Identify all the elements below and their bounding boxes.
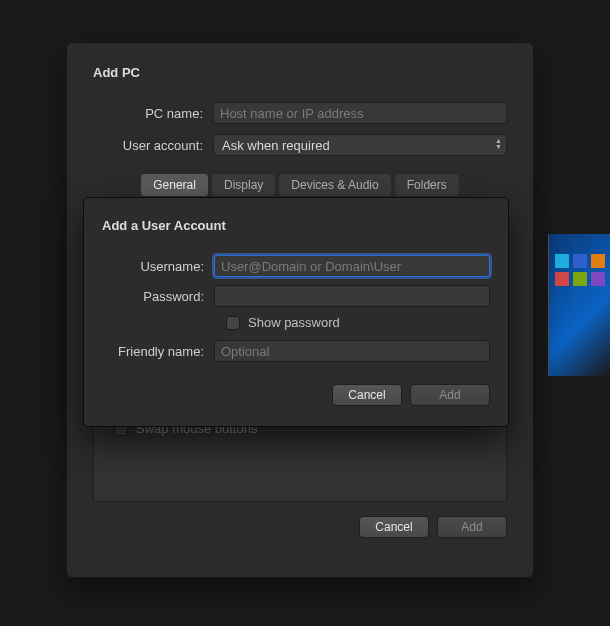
username-input[interactable] <box>214 255 490 277</box>
password-row: Password: <box>102 285 490 307</box>
user-account-label: User account: <box>93 138 213 153</box>
friendly-name-input[interactable] <box>214 340 490 362</box>
friendly-name-label: Friendly name: <box>102 344 214 359</box>
addpc-button-bar: Cancel Add <box>93 516 507 538</box>
show-password-checkbox[interactable] <box>226 316 240 330</box>
username-row: Username: <box>102 255 490 277</box>
modal-cancel-button[interactable]: Cancel <box>332 384 402 406</box>
pc-name-label: PC name: <box>93 106 213 121</box>
modal-button-bar: Cancel Add <box>102 384 490 406</box>
user-account-row: User account: Ask when required ▲▼ <box>93 134 507 156</box>
user-account-value: Ask when required <box>222 138 330 153</box>
tab-general[interactable]: General <box>141 174 208 196</box>
add-user-account-modal: Add a User Account Username: Password: S… <box>83 197 509 427</box>
pc-name-row: PC name: <box>93 102 507 124</box>
addpc-add-button[interactable]: Add <box>437 516 507 538</box>
desktop-thumbnail <box>548 234 610 376</box>
sheet-title: Add PC <box>93 65 507 80</box>
tab-devices-audio[interactable]: Devices & Audio <box>279 174 390 196</box>
show-password-label: Show password <box>248 315 340 330</box>
tab-bar: General Display Devices & Audio Folders <box>93 174 507 196</box>
password-input[interactable] <box>214 285 490 307</box>
show-password-row: Show password <box>226 315 490 330</box>
modal-title: Add a User Account <box>102 218 490 233</box>
addpc-cancel-button[interactable]: Cancel <box>359 516 429 538</box>
tab-folders[interactable]: Folders <box>395 174 459 196</box>
chevron-updown-icon: ▲▼ <box>495 138 502 150</box>
friendly-name-row: Friendly name: <box>102 340 490 362</box>
pc-name-input[interactable] <box>213 102 507 124</box>
password-label: Password: <box>102 289 214 304</box>
user-account-select[interactable]: Ask when required ▲▼ <box>213 134 507 156</box>
username-label: Username: <box>102 259 214 274</box>
tab-display[interactable]: Display <box>212 174 275 196</box>
modal-add-button[interactable]: Add <box>410 384 490 406</box>
